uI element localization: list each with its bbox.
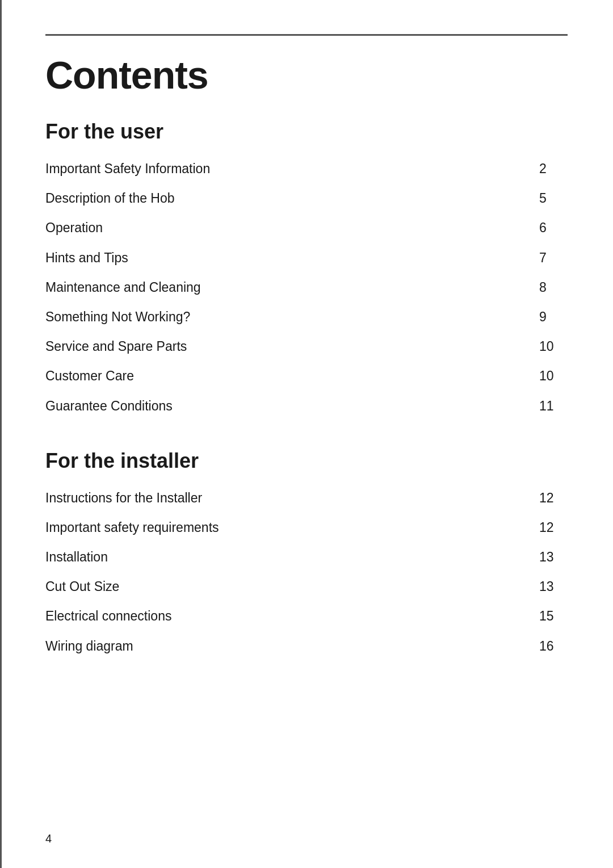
toc-item-page: 8 — [522, 272, 568, 302]
table-row: Description of the Hob5 — [45, 183, 568, 213]
toc-item-page: 11 — [522, 391, 568, 421]
toc-section-0: For the userImportant Safety Information… — [45, 120, 568, 421]
table-row: Guarantee Conditions11 — [45, 391, 568, 421]
section-heading-0: For the user — [45, 120, 568, 144]
toc-item-label: Hints and Tips — [45, 243, 522, 272]
toc-item-label: Something Not Working? — [45, 302, 522, 332]
toc-item-label: Installation — [45, 542, 522, 572]
toc-item-page: 9 — [522, 302, 568, 332]
table-row: Wiring diagram16 — [45, 631, 568, 661]
toc-item-label: Customer Care — [45, 361, 522, 391]
toc-item-label: Maintenance and Cleaning — [45, 272, 522, 302]
toc-item-page: 5 — [522, 183, 568, 213]
toc-table-1: Instructions for the Installer12Importan… — [45, 483, 568, 661]
toc-item-label: Cut Out Size — [45, 572, 522, 601]
toc-item-label: Guarantee Conditions — [45, 391, 522, 421]
toc-item-label: Instructions for the Installer — [45, 483, 522, 513]
toc-item-label: Operation — [45, 213, 522, 242]
toc-item-page: 10 — [522, 361, 568, 391]
toc-table-0: Important Safety Information2Description… — [45, 154, 568, 421]
toc-item-label: Description of the Hob — [45, 183, 522, 213]
table-row: Service and Spare Parts10 — [45, 332, 568, 361]
toc-item-label: Important safety requirements — [45, 513, 522, 542]
toc-item-page: 12 — [522, 513, 568, 542]
table-row: Operation6 — [45, 213, 568, 242]
toc-item-label: Wiring diagram — [45, 631, 522, 661]
table-row: Installation13 — [45, 542, 568, 572]
table-row: Maintenance and Cleaning8 — [45, 272, 568, 302]
left-border — [0, 0, 2, 868]
toc-item-page: 6 — [522, 213, 568, 242]
table-row: Important Safety Information2 — [45, 154, 568, 183]
top-border — [45, 34, 568, 36]
toc-item-label: Important Safety Information — [45, 154, 522, 183]
toc-item-page: 10 — [522, 332, 568, 361]
page: Contents For the userImportant Safety In… — [0, 0, 613, 868]
toc-item-page: 2 — [522, 154, 568, 183]
table-row: Electrical connections15 — [45, 601, 568, 631]
toc-sections: For the userImportant Safety Information… — [45, 120, 568, 661]
table-row: Hints and Tips7 — [45, 243, 568, 272]
table-row: Something Not Working?9 — [45, 302, 568, 332]
table-row: Important safety requirements12 — [45, 513, 568, 542]
toc-item-page: 15 — [522, 601, 568, 631]
toc-item-page: 12 — [522, 483, 568, 513]
toc-item-page: 7 — [522, 243, 568, 272]
table-row: Customer Care10 — [45, 361, 568, 391]
page-number: 4 — [45, 832, 52, 845]
toc-item-label: Electrical connections — [45, 601, 522, 631]
toc-item-page: 13 — [522, 542, 568, 572]
toc-item-page: 13 — [522, 572, 568, 601]
toc-section-1: For the installerInstructions for the In… — [45, 449, 568, 661]
section-heading-1: For the installer — [45, 449, 568, 473]
toc-item-page: 16 — [522, 631, 568, 661]
table-row: Instructions for the Installer12 — [45, 483, 568, 513]
page-title: Contents — [45, 53, 568, 97]
toc-item-label: Service and Spare Parts — [45, 332, 522, 361]
table-row: Cut Out Size13 — [45, 572, 568, 601]
